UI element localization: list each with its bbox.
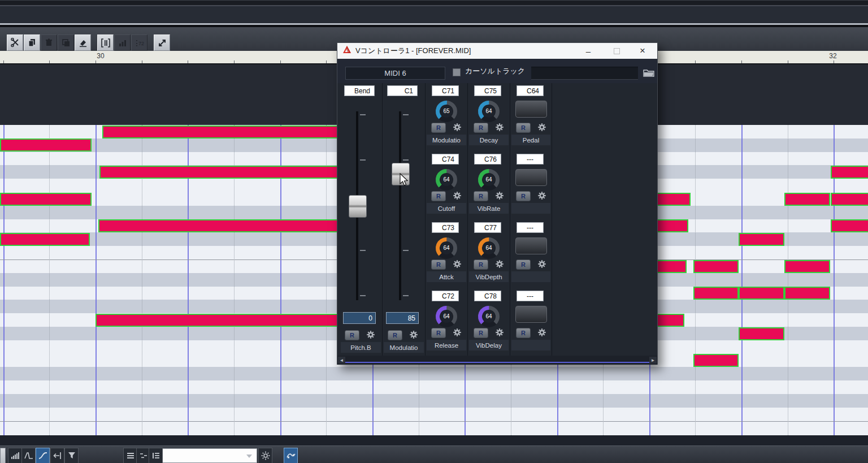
toolbar-button-list-indent-icon[interactable] — [149, 448, 163, 463]
toolbar-button-eraser-icon[interactable] — [75, 34, 91, 51]
midi-note[interactable] — [784, 193, 830, 206]
reset-button[interactable]: R — [474, 328, 488, 338]
expand-diagonal-icon — [157, 38, 167, 48]
controller-header[interactable]: C72 — [432, 291, 459, 301]
gear-icon[interactable] — [495, 328, 504, 337]
maximize-button[interactable] — [605, 43, 628, 59]
hscrollbar-thumb[interactable] — [342, 362, 649, 363]
reset-button[interactable]: R — [474, 123, 488, 133]
reset-button[interactable]: R — [474, 191, 488, 201]
controller-header[interactable]: C1 — [387, 85, 418, 96]
cc-button[interactable] — [515, 101, 547, 118]
toolbar-button-quantize-frame-icon[interactable] — [97, 34, 114, 51]
controller-set-field[interactable] — [531, 67, 638, 80]
track-selector[interactable]: MIDI 6 — [345, 67, 445, 80]
controller-select-combobox[interactable] — [162, 448, 257, 463]
gear-icon[interactable] — [537, 191, 546, 200]
gear-icon[interactable] — [453, 328, 462, 337]
cursor-track-checkbox[interactable] — [453, 68, 461, 76]
gear-icon[interactable] — [537, 259, 546, 269]
toolbar-button-paste-icon[interactable] — [58, 34, 74, 51]
gear-icon[interactable] — [537, 123, 546, 132]
cc-button[interactable] — [515, 169, 547, 186]
midi-note[interactable] — [831, 166, 868, 179]
gear-icon[interactable] — [495, 123, 504, 132]
reset-button[interactable]: R — [345, 330, 359, 340]
midi-note[interactable] — [693, 287, 739, 300]
controller-header[interactable]: C71 — [432, 85, 459, 96]
midi-note[interactable] — [0, 233, 90, 246]
reset-button[interactable]: R — [431, 191, 446, 201]
dialog-hscrollbar[interactable]: ◄ ► — [337, 356, 657, 365]
slider-track[interactable] — [399, 111, 401, 300]
cc-button[interactable] — [515, 306, 547, 323]
toolbar-button-attack-curve-icon[interactable] — [21, 448, 36, 463]
midi-note[interactable] — [693, 354, 739, 367]
reset-button[interactable]: R — [516, 191, 531, 201]
midi-note[interactable] — [739, 327, 784, 340]
controller-header[interactable]: C64 — [517, 85, 544, 96]
toolbar-button-scissors-icon[interactable] — [7, 34, 23, 51]
controller-header[interactable]: --- — [517, 154, 544, 165]
gear-icon[interactable] — [453, 259, 462, 269]
controller-header[interactable]: Bend — [344, 85, 375, 96]
controller-header[interactable]: --- — [517, 291, 544, 301]
toolbar-button-s-curve-icon[interactable] — [36, 448, 50, 463]
toolbar-button-copy-icon[interactable] — [24, 34, 40, 51]
midi-note[interactable] — [784, 287, 830, 300]
midi-note[interactable] — [831, 219, 868, 232]
controller-header[interactable]: --- — [517, 222, 544, 233]
gear-icon[interactable] — [453, 191, 462, 200]
toolbar-button-sun-gear-icon[interactable] — [258, 448, 272, 463]
toolbar-button-bar-chart-icon[interactable] — [114, 34, 131, 51]
v-controller-dialog[interactable]: Vコントローラ1 - [FOREVER.MID] – × MIDI 6 カーソル… — [337, 42, 658, 365]
close-button[interactable]: × — [631, 43, 654, 59]
controller-header[interactable]: C75 — [474, 85, 501, 96]
controller-header[interactable]: C76 — [474, 154, 501, 165]
toolbar-button-bar-left-icon[interactable] — [50, 448, 64, 463]
gear-icon[interactable] — [366, 330, 375, 339]
controller-header[interactable]: C74 — [432, 154, 459, 165]
toolbar-button-note-72-icon[interactable]: 72 — [131, 34, 147, 51]
cc-button[interactable] — [515, 237, 547, 254]
slider-value[interactable]: 0 — [343, 312, 376, 324]
controller-header[interactable]: C77 — [474, 222, 501, 233]
folder-open-icon[interactable] — [641, 66, 656, 80]
gear-icon[interactable] — [495, 259, 504, 269]
reset-button[interactable]: R — [431, 328, 446, 338]
clipped-button[interactable] — [0, 448, 6, 463]
midi-note[interactable] — [0, 193, 92, 206]
gear-icon[interactable] — [537, 328, 546, 337]
toolbar-button-trash-icon[interactable] — [41, 34, 57, 51]
midi-note[interactable] — [784, 260, 830, 273]
gear-icon[interactable] — [495, 191, 504, 200]
toolbar-button-list-lines-icon[interactable] — [123, 448, 137, 463]
scroll-left-icon[interactable]: ◄ — [338, 357, 345, 364]
reset-button[interactable]: R — [474, 259, 488, 270]
controller-header[interactable]: C78 — [474, 291, 501, 301]
reset-button[interactable]: R — [516, 259, 531, 270]
toolbar-button-filter-funnel-icon[interactable] — [64, 448, 79, 463]
reset-button[interactable]: R — [516, 328, 531, 338]
controller-header[interactable]: C73 — [432, 222, 459, 233]
scroll-right-icon[interactable]: ► — [649, 357, 657, 364]
reset-button[interactable]: R — [431, 259, 446, 270]
toolbar-button-expand-diagonal-icon[interactable] — [154, 34, 170, 51]
toolbar-button-level-bars-icon[interactable] — [8, 448, 22, 463]
midi-note[interactable] — [693, 260, 739, 273]
slider-value[interactable]: 85 — [386, 312, 419, 324]
midi-note[interactable] — [739, 287, 784, 300]
reset-button[interactable]: R — [516, 123, 531, 133]
gear-icon[interactable] — [409, 330, 418, 339]
toolbar-button-velocity-curve-icon[interactable] — [284, 448, 298, 463]
midi-note[interactable] — [0, 139, 92, 152]
column-separator — [552, 83, 552, 356]
reset-button[interactable]: R — [388, 330, 402, 340]
gear-icon[interactable] — [453, 123, 462, 132]
midi-note[interactable] — [831, 193, 868, 206]
slider-handle[interactable] — [349, 195, 367, 218]
dialog-titlebar[interactable]: Vコントローラ1 - [FOREVER.MID] – × — [337, 43, 657, 59]
reset-button[interactable]: R — [431, 123, 446, 133]
midi-note[interactable] — [739, 233, 784, 246]
minimize-button[interactable]: – — [577, 43, 600, 59]
